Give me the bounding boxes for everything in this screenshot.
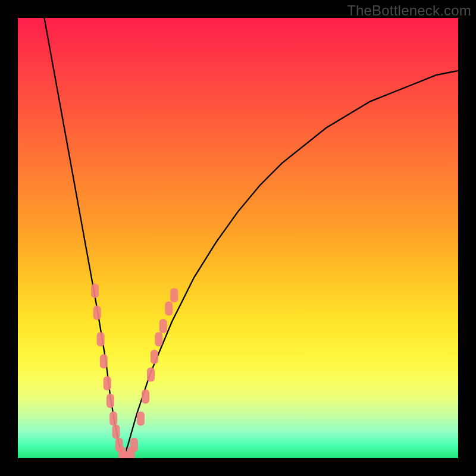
bottleneck-curve — [44, 18, 458, 458]
watermark-text: TheBottleneck.com — [347, 2, 471, 19]
data-point-marker — [100, 354, 108, 368]
data-point-marker — [155, 332, 162, 346]
plot-area — [18, 18, 458, 458]
data-point-marker — [107, 394, 114, 408]
data-point-marker — [93, 306, 101, 320]
data-point-marker — [130, 438, 138, 452]
data-point-marker — [142, 389, 149, 403]
data-point-marker — [91, 284, 99, 298]
data-point-marker — [151, 350, 158, 364]
data-point-marker — [147, 367, 155, 381]
data-point-marker — [109, 411, 117, 425]
data-point-marker — [104, 376, 111, 390]
data-point-marker — [137, 411, 145, 425]
data-point-marker — [112, 425, 120, 439]
marker-layer — [91, 284, 178, 458]
data-point-marker — [97, 332, 105, 346]
chart-svg — [18, 18, 458, 458]
data-point-marker — [165, 301, 173, 315]
data-point-marker — [159, 319, 167, 333]
outer-frame: TheBottleneck.com — [0, 0, 476, 476]
data-point-marker — [170, 288, 178, 302]
